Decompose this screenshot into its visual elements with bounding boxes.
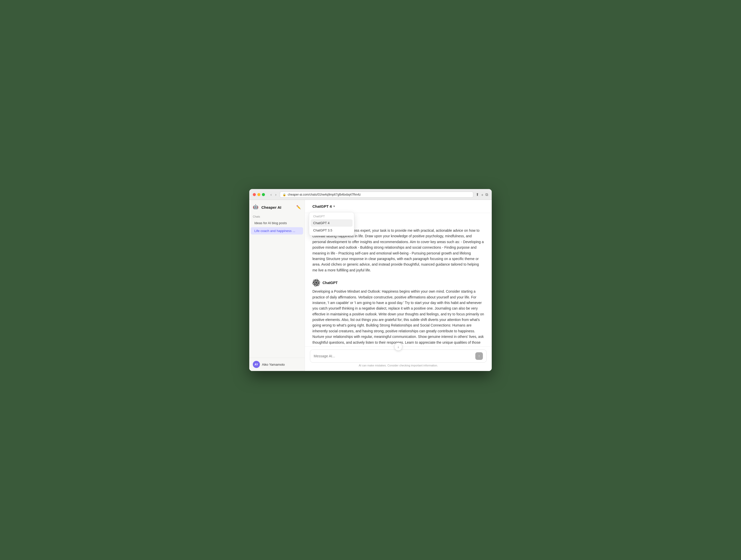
lock-icon: 🔒 [283,193,286,196]
sidebar: 🤖 Cheaper AI ✏️ Chats Ideas for AI blog … [249,200,305,371]
message-header-ai: ChatGPT [313,279,484,287]
app-content: 🤖 Cheaper AI ✏️ Chats Ideas for AI blog … [249,200,492,371]
forward-button[interactable]: › [274,192,278,197]
address-bar[interactable]: 🔒 cheaper-ai.com/chats/01hw4q9mp67gfb4bx… [280,192,473,198]
input-box: ↑ [310,350,487,363]
traffic-lights [253,193,265,196]
ai-message-avatar [313,279,320,287]
url-text: cheaper-ai.com/chats/01hw4q9mp67gfb4bxbq… [288,193,361,196]
back-button[interactable]: ‹ [269,192,273,197]
new-chat-button[interactable]: ✏️ [296,205,301,209]
chats-section-label: Chats [249,213,305,219]
dropdown-item-gpt35[interactable]: ChatGPT 3.5 [311,227,352,234]
traffic-light-red[interactable] [253,193,256,196]
model-selector-label: ChatGPT 4 [313,204,332,208]
user-avatar: AY [253,361,260,368]
dropdown-group-label: ChatGPT [311,214,352,220]
sidebar-header: 🤖 Cheaper AI ✏️ [249,200,305,213]
message-input[interactable] [314,354,473,358]
disclaimer-text: AI can make mistakes. Consider checking … [310,363,487,369]
nav-buttons: ‹ › [269,192,277,197]
sidebar-item-life[interactable]: Life coach and happiness ... [251,227,303,235]
chevron-down-icon: ▾ [333,205,335,208]
ai-sender-name: ChatGPT [323,281,338,285]
message-ai: ChatGPT Developing a Positive Mindset an… [313,279,484,346]
browser-chrome: ‹ › 🔒 cheaper-ai.com/chats/01hw4q9mp67gf… [249,189,492,200]
user-name-label: Aiko Yamamoto [262,363,285,366]
model-dropdown-menu: ChatGPT ChatGPT 4 ChatGPT 3.5 [309,212,354,236]
ai-message-body: Developing a Positive Mindset and Outloo… [313,289,484,346]
sidebar-footer: AY Aiko Yamamoto [249,358,305,371]
send-button[interactable]: ↑ [475,352,483,360]
robot-icon: 🤖 [253,204,259,210]
browser-window: ‹ › 🔒 cheaper-ai.com/chats/01hw4q9mp67gf… [249,189,492,371]
sidebar-item-ideas[interactable]: Ideas for AI blog posts [251,220,303,227]
send-icon: ↑ [478,354,480,358]
traffic-light-yellow[interactable] [257,193,260,196]
chat-header: ChatGPT 4 ▾ ChatGPT ChatGPT 4 ChatGPT 3.… [305,200,492,213]
logo-area: 🤖 Cheaper AI [253,204,281,210]
traffic-light-green[interactable] [262,193,265,196]
new-tab-button[interactable]: + [481,193,483,197]
browser-actions: ⬆ + ⧉ [476,192,488,197]
arrow-down-icon: ↓ [398,345,399,349]
share-button[interactable]: ⬆ [476,192,479,197]
model-selector-button[interactable]: ChatGPT 4 ▾ [310,203,337,210]
main-chat-area: ChatGPT 4 ▾ ChatGPT ChatGPT 4 ChatGPT 3.… [305,200,492,371]
sidebar-toggle-button[interactable]: ⧉ [485,192,488,197]
logo-text: Cheaper AI [261,205,281,209]
dropdown-item-gpt4[interactable]: ChatGPT 4 [311,220,352,227]
scroll-to-bottom-button[interactable]: ↓ [394,343,402,351]
